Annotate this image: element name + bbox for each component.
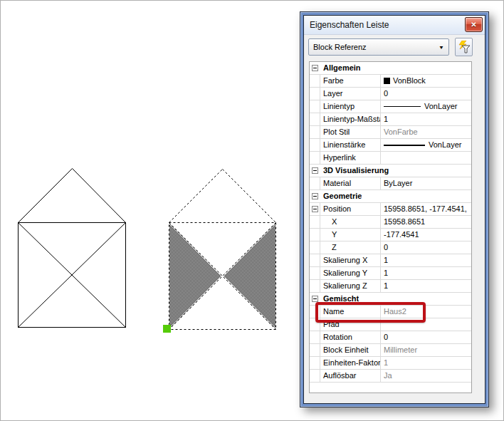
property-value-text: VonLayer [424, 100, 457, 113]
gutter [310, 152, 320, 164]
object-type-dropdown[interactable]: Block Referenz ▼ [308, 38, 449, 56]
gutter [310, 293, 320, 305]
property-value[interactable] [381, 152, 471, 164]
property-value-text: 1 [384, 267, 388, 279]
property-value-text: -177.4541 [384, 229, 419, 241]
gutter [310, 139, 320, 151]
property-label: Pfad [320, 318, 381, 331]
property-row-plot-stil[interactable]: Plot StilVonFarbe [310, 126, 471, 139]
property-row-aufl-sbar[interactable]: AuflösbarJa [310, 370, 471, 383]
close-button[interactable]: ✕ [465, 17, 483, 32]
property-row-rotation[interactable]: Rotation0 [310, 331, 471, 344]
property-row-pfad[interactable]: Pfad [310, 318, 471, 331]
property-label: Auflösbar [320, 370, 381, 382]
property-value[interactable]: 0 [381, 331, 471, 343]
property-label: Plot Stil [320, 126, 381, 138]
panel-titlebar[interactable]: Eigenschaften Leiste ✕ [304, 16, 485, 35]
property-row-skalierung-z[interactable]: Skalierung Z1 [310, 280, 471, 293]
linetype-sample-icon [384, 106, 421, 107]
property-value[interactable]: -177.4541 [381, 229, 471, 241]
property-label: Linienstärke [320, 139, 381, 151]
property-value[interactable]: 1 [381, 254, 471, 266]
property-value-text: Millimeter [384, 344, 417, 356]
property-row-skalierung-x[interactable]: Skalierung X1 [310, 254, 471, 267]
section-label: Gemischt [320, 293, 359, 305]
hatch-triangle-right [224, 224, 275, 328]
property-row-position[interactable]: Position15958.8651, -177.4541, [310, 203, 471, 216]
property-grid: AllgemeinFarbeVonBlockLayer0LinientypVon… [309, 61, 472, 393]
property-value[interactable]: 15958.8651, -177.4541, [381, 203, 471, 215]
property-value-text: Ja [384, 370, 392, 382]
property-row-layer[interactable]: Layer0 [310, 88, 471, 100]
property-row-block-einheit[interactable]: Block EinheitMillimeter [310, 344, 471, 357]
gutter [310, 357, 320, 369]
gutter [310, 113, 320, 125]
property-value-text: 1 [384, 280, 388, 292]
property-label: Linientyp-Maßsta [320, 113, 381, 125]
gutter [310, 318, 320, 331]
section-header-gemischt[interactable]: Gemischt [310, 293, 471, 306]
property-row-linienst-rke[interactable]: LinienstärkeVonLayer [310, 139, 471, 152]
gutter [310, 177, 320, 189]
property-value[interactable]: 1 [381, 267, 471, 279]
property-value-text: 15958.8651 [384, 216, 425, 228]
properties-panel: Eigenschaften Leiste ✕ Block Referenz ▼ [300, 11, 489, 407]
section-header-allgemein[interactable]: Allgemein [310, 62, 471, 75]
quick-select-button[interactable] [455, 38, 473, 56]
chevron-down-icon: ▼ [439, 44, 444, 50]
property-row-name[interactable]: NameHaus2 [310, 306, 471, 318]
section-label: Geometrie [320, 190, 362, 202]
hatch-triangle-left [169, 224, 221, 328]
collapse-icon[interactable] [312, 296, 318, 302]
property-value[interactable]: 0 [381, 88, 471, 100]
property-value[interactable]: 0 [381, 241, 471, 254]
property-value: Ja [381, 370, 471, 382]
property-value[interactable]: VonBlock [381, 75, 471, 87]
collapse-icon[interactable] [312, 167, 318, 174]
color-swatch-icon [384, 78, 390, 84]
property-row-linientyp-ma-sta[interactable]: Linientyp-Maßsta1 [310, 113, 471, 126]
property-value[interactable] [381, 318, 471, 331]
house-block-original[interactable] [19, 169, 126, 328]
collapse-icon[interactable] [312, 65, 318, 71]
property-value-text: 0 [384, 88, 388, 100]
property-value[interactable]: 15958.8651 [381, 216, 471, 228]
properties-panel-inner: Eigenschaften Leiste ✕ Block Referenz ▼ [303, 15, 485, 404]
property-row-material[interactable]: MaterialByLayer [310, 177, 471, 190]
property-row-x[interactable]: X15958.8651 [310, 216, 471, 229]
property-row-linientyp[interactable]: LinientypVonLayer [310, 100, 471, 113]
property-label: X [320, 216, 381, 228]
collapse-icon[interactable] [312, 206, 318, 212]
property-row-farbe[interactable]: FarbeVonBlock [310, 75, 471, 88]
collapse-icon[interactable] [312, 193, 318, 199]
close-icon: ✕ [471, 21, 476, 28]
property-value-text: ByLayer [384, 177, 412, 189]
property-label: Layer [320, 88, 381, 100]
gutter [310, 190, 320, 202]
property-value-text: 1 [384, 254, 388, 266]
property-value[interactable]: VonLayer [381, 100, 471, 113]
property-value-text: 0 [384, 241, 388, 254]
selection-grip[interactable] [163, 325, 171, 333]
gutter [310, 241, 320, 254]
property-value[interactable]: VonLayer [381, 139, 471, 151]
gutter [310, 100, 320, 113]
property-value[interactable]: 1 [381, 280, 471, 292]
gutter [310, 254, 320, 266]
section-label: Allgemein [320, 62, 361, 74]
property-label: Y [320, 229, 381, 241]
panel-title: Eigenschaften Leiste [310, 20, 389, 30]
property-value[interactable]: ByLayer [381, 177, 471, 189]
house-block-selected[interactable] [163, 170, 276, 333]
property-label: Block Einheit [320, 344, 381, 356]
property-row-skalierung-y[interactable]: Skalierung Y1 [310, 267, 471, 280]
section-header-3d-visualisierung[interactable]: 3D Visualisierung [310, 165, 471, 177]
property-row-hyperlink[interactable]: Hyperlink [310, 152, 471, 165]
property-value[interactable]: 1 [381, 113, 471, 125]
section-header-geometrie[interactable]: Geometrie [310, 190, 471, 203]
property-value: Haus2 [381, 306, 471, 318]
property-row-z[interactable]: Z0 [310, 241, 471, 254]
gutter [310, 62, 320, 74]
property-row-y[interactable]: Y-177.4541 [310, 229, 471, 241]
property-row-einheiten-faktor[interactable]: Einheiten-Faktor1 [310, 357, 471, 370]
